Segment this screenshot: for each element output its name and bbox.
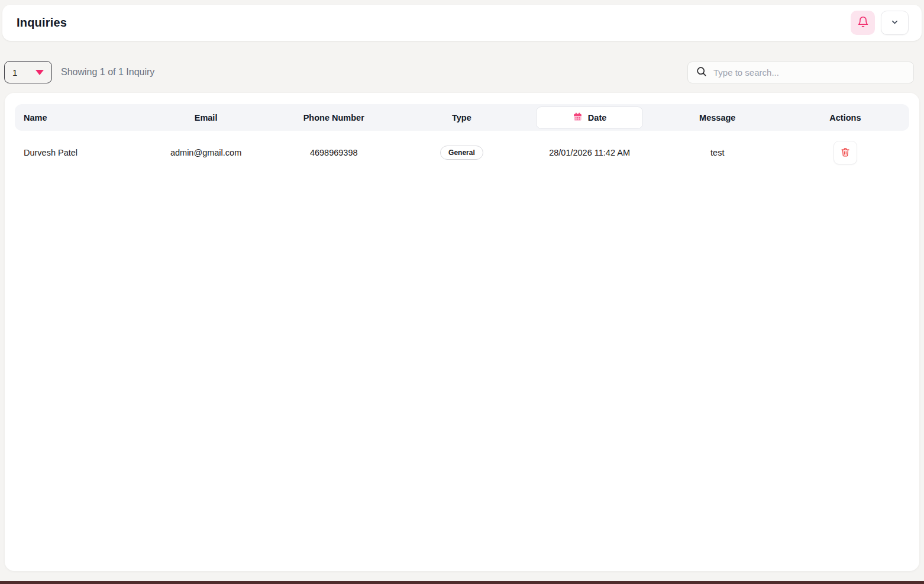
cell-email: admin@gmail.com <box>142 148 270 157</box>
cell-name: Durvesh Patel <box>15 148 142 157</box>
column-header-actions: Actions <box>781 113 909 122</box>
profile-menu-button[interactable] <box>881 11 909 35</box>
chevron-down-icon <box>890 18 899 28</box>
delete-inquiry-button[interactable] <box>833 141 857 164</box>
page-size-value: 1 <box>12 67 17 78</box>
search-icon <box>696 66 707 79</box>
page-size-select[interactable]: 1 <box>4 61 52 83</box>
column-header-type: Type <box>398 113 525 122</box>
column-header-email: Email <box>142 113 270 122</box>
search-box <box>687 62 914 83</box>
bottom-accent-bar <box>0 581 924 584</box>
date-sort-button[interactable]: Date <box>536 107 643 129</box>
header-actions <box>851 11 909 35</box>
cell-phone: 4698969398 <box>270 148 398 157</box>
cell-message: test <box>654 148 781 157</box>
trash-icon <box>840 147 851 159</box>
bell-icon <box>857 16 869 30</box>
search-input[interactable] <box>713 67 906 78</box>
cell-actions <box>781 141 909 164</box>
calendar-icon <box>573 112 583 124</box>
caret-down-icon <box>35 70 44 75</box>
inquiries-table-card: Name Email Phone Number Type <box>5 93 919 571</box>
table-header-row: Name Email Phone Number Type <box>15 104 909 131</box>
column-header-phone: Phone Number <box>270 113 398 122</box>
page-title: Inquiries <box>17 16 67 30</box>
column-header-date-cell: Date <box>526 107 654 129</box>
table-row: Durvesh Patel admin@gmail.com 4698969398… <box>15 131 909 175</box>
cell-type: General <box>398 146 525 160</box>
cell-date: 28/01/2026 11:42 AM <box>526 148 654 157</box>
column-header-date: Date <box>588 113 606 122</box>
results-count-text: Showing 1 of 1 Inquiry <box>61 67 154 78</box>
type-badge: General <box>440 146 483 160</box>
toolbar: 1 Showing 1 of 1 Inquiry <box>4 61 914 83</box>
notifications-button[interactable] <box>851 11 875 35</box>
column-header-name: Name <box>15 113 142 122</box>
header-bar: Inquiries <box>2 5 922 41</box>
column-header-message: Message <box>654 113 781 122</box>
